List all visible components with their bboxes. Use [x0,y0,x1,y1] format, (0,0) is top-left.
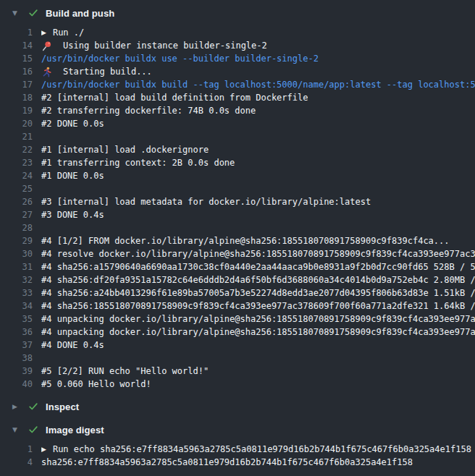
line-number: 37 [0,339,33,352]
chevron-down-icon[interactable]: ▼ [12,10,22,17]
success-check-icon [28,8,38,18]
log-text: #1 [internal] load .dockerignore [41,143,209,156]
log-line[interactable]: 37#4 DONE 0.4s [0,339,475,352]
line-number: 16 [0,65,33,78]
line-number: 39 [0,365,33,378]
log-line[interactable]: 35#4 unpacking docker.io/library/alpine@… [0,313,475,326]
log-text: #2 transferring dockerfile: 74B 0.0s don… [41,104,256,117]
line-number: 35 [0,313,33,326]
section-header-image-digest[interactable]: ▼ Image digest [0,421,475,438]
log-text: #1 transferring context: 2B 0.0s done [41,156,235,169]
log-line[interactable]: 30#4 resolve docker.io/library/alpine@sh… [0,247,475,260]
log-line[interactable]: 24#1 DONE 0.0s [0,169,475,182]
log-text: Using builder instance builder-single-2 [41,39,267,52]
line-number: 32 [0,273,33,286]
log-line[interactable]: 38 [0,352,475,365]
log-line[interactable]: 21 [0,130,475,143]
line-number: 27 [0,208,33,221]
line-number: 23 [0,156,33,169]
log-line[interactable]: 31#4 sha256:a15790640a6690aa1730c38cf0a4… [0,260,475,273]
line-number: 28 [0,221,33,234]
log-text: #3 DONE 0.4s [41,208,104,221]
log-line[interactable]: 4sha256:e7ff8834a5963a2785c5a0811e979d16… [0,456,475,469]
log-line[interactable]: 32#4 sha256:df20fa9351a15782c64e6dddb2d4… [0,273,475,286]
line-number: 22 [0,143,33,156]
log-text: #2 DONE 0.0s [41,117,104,130]
log-text: /usr/bin/docker buildx build --tag local… [41,78,475,91]
line-number: 38 [0,352,33,365]
line-number: 30 [0,247,33,260]
log-text: sha256:e7ff8834a5963a2785c5a0811e979d16b… [41,456,413,469]
line-number: 1 [0,26,33,39]
line-number: 20 [0,117,33,130]
line-number: 33 [0,286,33,299]
log-line[interactable]: 27#3 DONE 0.4s [0,208,475,221]
log-line[interactable]: 26#3 [internal] load metadata for docker… [0,195,475,208]
section-title: Build and push [46,8,114,19]
success-check-icon [28,401,38,412]
log-text: #4 resolve docker.io/library/alpine@sha2… [41,247,475,260]
log-text: #4 sha256:df20fa9351a15782c64e6dddb2d4a6… [41,273,475,286]
chevron-right-icon[interactable]: ▶ [12,404,22,410]
log-line[interactable]: 28 [0,221,475,234]
log-text: #5 [2/2] RUN echo "Hello world!" [41,365,209,378]
log-line[interactable]: 1▶Run echo sha256:e7ff8834a5963a2785c5a0… [0,443,475,456]
log-line[interactable]: 20#2 DONE 0.0s [0,117,475,130]
log-line[interactable]: 29#4 [1/2] FROM docker.io/library/alpine… [0,234,475,247]
line-number: 24 [0,169,33,182]
log-line[interactable]: 14Using builder instance builder-single-… [0,39,475,52]
line-number: 40 [0,378,33,391]
log-text: #5 0.060 Hello world! [41,378,151,391]
line-number: 34 [0,299,33,313]
log-line[interactable]: 40#5 0.060 Hello world! [0,378,475,391]
workflow-log-pane: ▼ Build and push 1▶Run ./14Using builder… [0,0,475,476]
log-text: ▶Run ./ [41,26,84,39]
line-number: 25 [0,182,33,195]
log-text: #3 [internal] load metadata for docker.i… [41,195,371,208]
log-line[interactable]: 16Starting build... [0,65,475,78]
line-number: 4 [0,456,33,469]
log-line[interactable]: 39#5 [2/2] RUN echo "Hello world!" [0,365,475,378]
log-line[interactable]: 23#1 transferring context: 2B 0.0s done [0,156,475,169]
line-number: 14 [0,39,33,52]
log-text: Starting build... [41,65,152,78]
log-text: #4 unpacking docker.io/library/alpine@sh… [41,326,475,339]
line-number: 31 [0,260,33,273]
log-text: ▶Run echo sha256:e7ff8834a5963a2785c5a08… [41,443,471,456]
log-line[interactable]: 22#1 [internal] load .dockerignore [0,143,475,156]
line-number: 29 [0,234,33,247]
log-text: #4 DONE 0.4s [41,339,104,352]
section-header-inspect[interactable]: ▶ Inspect [0,398,475,415]
log-line[interactable]: 36#4 unpacking docker.io/library/alpine@… [0,326,475,339]
log-text: #4 unpacking docker.io/library/alpine@sh… [41,313,475,326]
log-line[interactable]: 15/usr/bin/docker buildx use --builder b… [0,52,475,65]
line-number: 17 [0,78,33,91]
chevron-down-icon[interactable]: ▼ [12,427,22,433]
line-number: 36 [0,326,33,339]
line-number: 19 [0,104,33,117]
log-text: #2 [internal] load build definition from… [41,91,308,104]
success-check-icon [28,425,38,435]
log-line[interactable]: 25 [0,182,475,195]
expand-run-toggle-icon[interactable]: ▶ [41,26,46,39]
log-line[interactable]: 1▶Run ./ [0,26,475,39]
log-text: #4 sha256:a24bb4013296f61e89ba57005a7b3e… [41,286,475,299]
expand-run-toggle-icon[interactable]: ▶ [41,443,46,456]
log-line[interactable]: 18#2 [internal] load build definition fr… [0,91,475,104]
pushpin-icon [41,41,53,51]
line-number: 18 [0,91,33,104]
log-text: #4 sha256:a15790640a6690aa1730c38cf0a440… [41,260,475,273]
section-header-build-and-push[interactable]: ▼ Build and push [0,4,475,22]
log-line[interactable]: 19#2 transferring dockerfile: 74B 0.0s d… [0,104,475,117]
log-text: /usr/bin/docker buildx use --builder bui… [41,52,319,65]
line-number: 15 [0,52,33,65]
section-title: Image digest [46,425,104,435]
log-text: #1 DONE 0.0s [41,169,104,182]
section-title: Inspect [46,401,79,412]
log-line[interactable]: 17/usr/bin/docker buildx build --tag loc… [0,78,475,91]
line-number: 21 [0,130,33,143]
log-line[interactable]: 34#4 sha256:185518070891758909c9f839cf4c… [0,299,475,313]
log-line[interactable]: 33#4 sha256:a24bb4013296f61e89ba57005a7b… [0,286,475,299]
log-lines-image-digest: 1▶Run echo sha256:e7ff8834a5963a2785c5a0… [0,443,475,469]
line-number: 26 [0,195,33,208]
